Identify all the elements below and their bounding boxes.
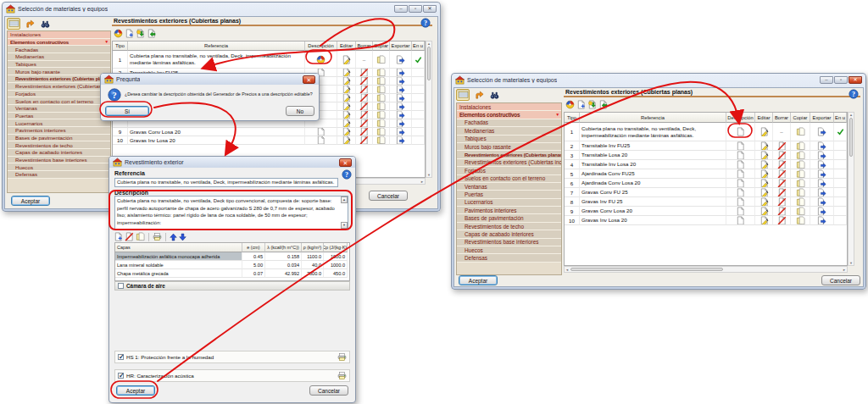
document-description-icon[interactable] — [736, 197, 745, 207]
document-description-icon[interactable] — [316, 128, 326, 136]
search-button[interactable] — [487, 89, 501, 101]
copy-icon[interactable] — [796, 151, 805, 160]
descripcion-textarea[interactable]: Cubierta plana no transitable, no ventil… — [114, 196, 348, 230]
export-icon[interactable] — [396, 111, 405, 119]
left-window-titlebar[interactable]: Selección de materiales y equipos – ▫ ✕ — [3, 3, 440, 15]
yes-button[interactable]: Sí — [105, 106, 149, 116]
help-icon[interactable]: ? — [849, 89, 859, 99]
delete-icon[interactable] — [359, 128, 369, 136]
hs1-report-icon[interactable] — [337, 352, 347, 362]
sidebar-item-ventanas[interactable]: Ventanas — [457, 183, 561, 191]
import-generator-icon[interactable] — [136, 29, 145, 38]
sidebar-item-defensas[interactable]: Defensas — [8, 171, 110, 179]
copy-icon[interactable] — [376, 102, 386, 111]
document-description-icon[interactable] — [736, 216, 745, 225]
copy-icon[interactable] — [796, 160, 805, 169]
edit-icon[interactable] — [342, 136, 351, 145]
table-row[interactable]: 5Ajardinada Conv FU25 — [565, 169, 847, 179]
vertical-scrollbar[interactable]: ▲▼ — [848, 112, 854, 266]
pregunta-titlebar[interactable]: Pregunta ✕ — [101, 74, 319, 85]
delete-icon[interactable] — [359, 69, 369, 77]
copy-icon[interactable] — [376, 94, 386, 102]
print-icon[interactable] — [153, 232, 162, 241]
sidebar-item-ventanas[interactable]: Ventanas — [8, 105, 110, 113]
expand-arrow-icon[interactable]: ▼ — [104, 40, 108, 44]
delete-icon[interactable] — [359, 77, 369, 86]
edit-icon[interactable] — [342, 102, 351, 111]
table-row[interactable]: 9Gravas Conv Losa 20 — [565, 207, 847, 216]
cancel-button[interactable]: Cancelar — [369, 191, 408, 201]
sidebar-item-revestimientos-exteriores-cubiertas-inclinadas[interactable]: Revestimientos exteriores (Cubiertas inc… — [8, 83, 110, 91]
sidebar-item-huecos[interactable]: Huecos — [8, 163, 110, 171]
table-row[interactable]: 10Gravas Inv Losa 20 — [565, 216, 847, 225]
sidebar-item-instalaciones[interactable]: Instalaciones — [457, 103, 561, 111]
table-row[interactable]: 8Gravas Inv FU 25 — [565, 197, 847, 207]
export-icon[interactable] — [396, 94, 405, 102]
delete-icon[interactable] — [359, 111, 369, 119]
capa-row[interactable]: Impermeabilización asfáltica monocapa ad… — [115, 252, 349, 261]
scroll-up-icon[interactable]: ▲ — [341, 196, 348, 203]
sidebar-item-suelos-en-contacto-con-el-terreno[interactable]: Suelos en contacto con el terreno — [457, 175, 561, 183]
table-row[interactable]: 9Gravas Conv Losa 20 — [113, 128, 425, 136]
delete-icon[interactable] — [359, 102, 369, 111]
price-generator-icon[interactable] — [114, 29, 123, 38]
sidebar-item-elementos-constructivos[interactable]: Elementos constructivos▼ — [8, 39, 110, 47]
export-icon[interactable] — [396, 86, 405, 94]
edit-icon[interactable] — [342, 77, 351, 86]
import-job-icon[interactable] — [147, 29, 156, 38]
delete-icon[interactable] — [777, 216, 787, 225]
export-icon[interactable] — [396, 119, 405, 128]
export-icon[interactable] — [817, 197, 826, 207]
cancel-button[interactable]: Cancelar — [821, 275, 860, 285]
document-description-icon[interactable] — [736, 207, 745, 216]
document-description-icon[interactable] — [736, 179, 745, 188]
minimize-button[interactable]: – — [394, 5, 408, 13]
sidebar-item-revestimientos-exteriores-cubiertas-inclinadas[interactable]: Revestimientos exteriores (Cubiertas inc… — [457, 159, 561, 167]
document-description-icon[interactable] — [736, 127, 745, 136]
price-generator-icon[interactable] — [565, 100, 575, 109]
export-icon[interactable] — [396, 102, 405, 111]
search-button[interactable] — [38, 18, 52, 30]
sidebar-item-muros-bajo-rasante[interactable]: Muros bajo rasante — [8, 68, 110, 75]
camara-checkbox[interactable] — [118, 283, 124, 289]
hr-report-icon[interactable] — [337, 371, 347, 380]
document-description-icon[interactable] — [736, 160, 745, 169]
copy-icon[interactable] — [796, 207, 805, 216]
copy-icon[interactable] — [376, 128, 386, 136]
scroll-down-icon[interactable]: ▼ — [341, 222, 348, 229]
accept-button[interactable]: Aceptar — [459, 275, 498, 285]
help-icon[interactable]: ? — [342, 169, 352, 180]
edit-icon[interactable] — [760, 179, 769, 188]
table-row[interactable]: 4Transitable Inv Losa 20 — [565, 160, 847, 169]
sidebar-item-huecos[interactable]: Huecos — [457, 246, 561, 254]
edit-icon[interactable] — [760, 169, 769, 179]
expand-arrow-icon[interactable]: ▼ — [555, 113, 559, 117]
sidebar-item-fachadas[interactable]: Fachadas — [457, 119, 561, 127]
copy-icon[interactable] — [796, 127, 805, 136]
edit-icon[interactable] — [760, 151, 769, 160]
table-row[interactable]: 6Ajardinada Conv Losa 20 — [565, 179, 847, 188]
export-icon[interactable] — [817, 160, 826, 169]
sidebar-item-lucernarios[interactable]: Lucernarios — [8, 119, 110, 127]
materials-view-button[interactable] — [456, 89, 470, 101]
sidebar-item-elementos-constructivos[interactable]: Elementos constructivos▼ — [457, 111, 561, 119]
document-description-icon[interactable] — [736, 151, 745, 160]
capa-row[interactable]: Chapa metálica grecada0.0742.9927800.045… — [115, 269, 349, 278]
table-row[interactable]: 3Transitable Losa 20 — [565, 151, 847, 160]
help-icon[interactable]: ? — [420, 18, 431, 28]
add-layer-icon[interactable] — [114, 232, 123, 241]
sidebar-item-capas-de-acabado-interiores[interactable]: Capas de acabado interiores — [8, 149, 110, 157]
export-icon[interactable] — [817, 179, 826, 188]
generator-description-icon[interactable] — [316, 55, 326, 64]
up-level-button[interactable] — [23, 18, 36, 30]
edit-icon[interactable] — [342, 111, 351, 119]
copy-icon[interactable] — [376, 86, 386, 94]
add-item-icon[interactable] — [125, 29, 134, 38]
sidebar-item-tabiques[interactable]: Tabiques — [8, 61, 110, 69]
sidebar-item-suelos-en-contacto-con-el-terreno[interactable]: Suelos en contacto con el terreno — [8, 97, 110, 105]
copy-icon[interactable] — [376, 111, 386, 119]
export-icon[interactable] — [396, 55, 405, 64]
copy-icon[interactable] — [376, 77, 386, 86]
copy-icon[interactable] — [376, 69, 386, 77]
copy-icon[interactable] — [796, 188, 805, 197]
